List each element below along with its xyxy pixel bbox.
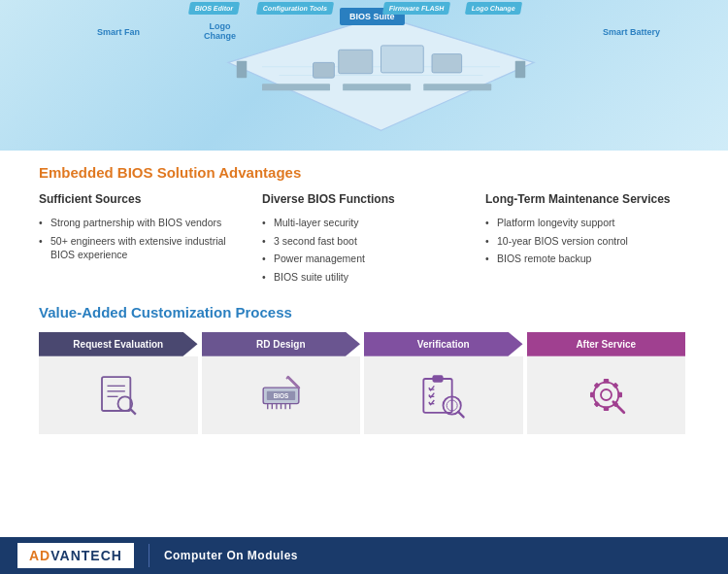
step-2-icon-area: BIOS (202, 356, 361, 434)
verification-icon (416, 368, 470, 422)
svg-rect-39 (604, 379, 610, 384)
svg-rect-29 (424, 379, 452, 413)
step-1: Request Evaluation (39, 332, 198, 434)
svg-rect-43 (593, 383, 599, 388)
process-steps: Request Evaluation RD Design (39, 332, 689, 434)
svg-rect-30 (433, 376, 444, 383)
svg-rect-45 (593, 401, 599, 407)
footer-logo: ADVANTECH (17, 543, 134, 568)
svg-rect-12 (102, 377, 130, 411)
svg-rect-4 (381, 46, 424, 73)
svg-line-36 (458, 412, 464, 418)
svg-rect-42 (617, 392, 622, 398)
bios-editor-label: BIOS Editor (188, 2, 241, 15)
advantage-col-1: Sufficient Sources Strong partnership wi… (39, 192, 243, 287)
svg-line-27 (288, 377, 299, 388)
smart-battery-label: Smart Battery (603, 27, 660, 37)
svg-rect-5 (432, 54, 462, 73)
footer-subtitle: Computer On Modules (164, 549, 298, 562)
firmware-flash-label: Firmware FLASH (382, 2, 451, 15)
footer-brand: ADVANTECH (29, 548, 122, 563)
advantages-grid: Sufficient Sources Strong partnership wi… (39, 192, 689, 287)
svg-point-38 (601, 389, 612, 400)
col3-item-3: BIOS remote backup (485, 250, 689, 268)
footer-brand-rest: VANTECH (50, 548, 122, 563)
step-3: Verification (364, 332, 523, 434)
col3-heading: Long-Term Maintenance Services (485, 192, 689, 206)
value-section-title: Value-Added Customization Process (39, 304, 689, 321)
step-1-icon-area (39, 356, 198, 434)
step-1-label: Request Evaluation (39, 332, 198, 356)
advantage-col-3: Long-Term Maintenance Services Platform … (485, 192, 689, 287)
logo-change-top-label: Logo Change (465, 2, 522, 15)
svg-text:BIOS: BIOS (273, 392, 288, 399)
diagram-area: BIOS Editor Configuration Tools BIOS Sui… (0, 0, 728, 151)
col1-heading: Sufficient Sources (39, 192, 243, 206)
col1-item-1: Strong partnership with BIOS vendors (39, 214, 243, 232)
svg-rect-46 (612, 383, 618, 388)
svg-line-47 (613, 402, 624, 413)
svg-line-17 (131, 409, 137, 415)
svg-rect-40 (604, 407, 610, 412)
svg-line-28 (286, 377, 288, 379)
col2-list: Multi-layer security 3 second fast boot … (262, 214, 466, 287)
smart-fan-label: Smart Fan (97, 27, 140, 37)
svg-rect-3 (339, 50, 373, 74)
col2-item-4: BIOS suite utility (262, 268, 466, 287)
svg-rect-7 (237, 61, 248, 79)
step-4-label: After Service (527, 332, 686, 356)
col3-item-1: Platform longevity support (485, 214, 689, 232)
step-4: After Service (527, 332, 686, 434)
step-2: RD Design BIOS (202, 332, 361, 434)
embedded-section-title: Embedded BIOS Solution Advantages (39, 164, 689, 181)
svg-rect-8 (515, 61, 526, 79)
logo-change-label: LogoChange (204, 21, 236, 41)
svg-rect-6 (314, 62, 335, 78)
col3-item-2: 10-year BIOS version control (485, 232, 689, 251)
step-4-icon-area (527, 356, 686, 434)
svg-marker-0 (228, 16, 534, 130)
footer-brand-ad: AD (29, 548, 50, 563)
step-3-label: Verification (364, 332, 523, 356)
advantage-col-2: Diverse BIOS Functions Multi-layer secur… (262, 192, 466, 287)
col2-heading: Diverse BIOS Functions (262, 192, 466, 206)
svg-rect-41 (590, 392, 595, 398)
col2-item-2: 3 second fast boot (262, 232, 466, 251)
col1-list: Strong partnership with BIOS vendors 50+… (39, 214, 243, 264)
footer-divider (149, 544, 149, 567)
footer: ADVANTECH Computer On Modules (0, 537, 728, 574)
config-tools-label: Configuration Tools (256, 2, 334, 15)
svg-rect-10 (343, 84, 411, 90)
request-evaluation-icon (91, 368, 145, 422)
board-illustration (212, 10, 551, 141)
after-service-icon (579, 368, 633, 422)
rd-design-icon: BIOS (254, 368, 308, 422)
col2-item-3: Power management (262, 250, 466, 268)
col2-item-1: Multi-layer security (262, 214, 466, 232)
step-2-label: RD Design (202, 332, 361, 356)
col1-item-2: 50+ engineers with extensive industrial … (39, 232, 243, 264)
col3-list: Platform longevity support 10-year BIOS … (485, 214, 689, 268)
main-content: Embedded BIOS Solution Advantages Suffic… (0, 151, 728, 444)
svg-rect-9 (262, 84, 330, 90)
step-3-icon-area (364, 356, 523, 434)
svg-rect-11 (423, 84, 491, 90)
